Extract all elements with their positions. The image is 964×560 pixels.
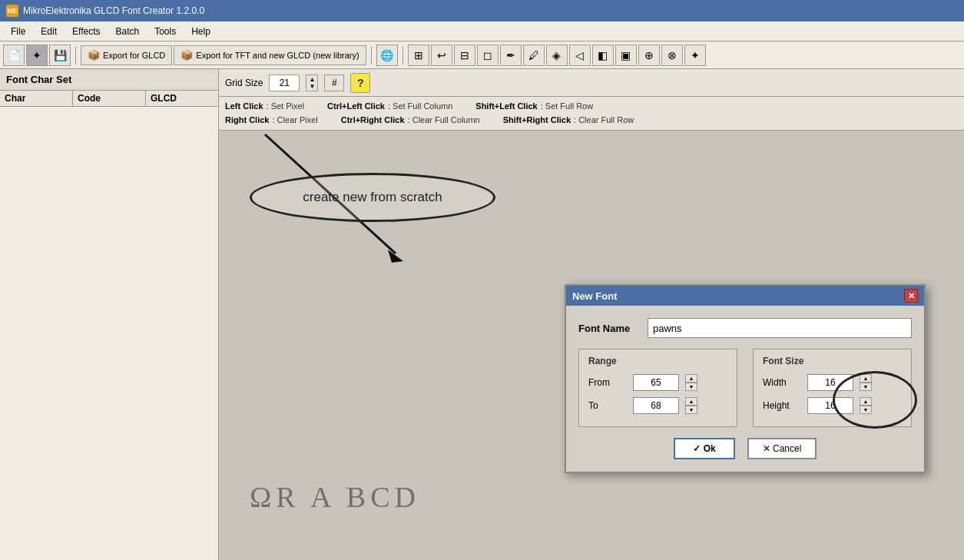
width-label: Width bbox=[763, 377, 801, 388]
new-btn[interactable]: 📄 bbox=[3, 45, 25, 66]
width-up[interactable]: ▲ bbox=[860, 374, 872, 383]
grid-toolbar: Grid Size ▲▼ # ? bbox=[219, 69, 964, 97]
hint-left-click: Left Click : Set Pixel bbox=[225, 100, 304, 114]
range-to-down[interactable]: ▼ bbox=[685, 406, 697, 414]
range-to-input[interactable] bbox=[633, 397, 679, 414]
hints-bar: Left Click : Set Pixel Ctrl+Left Click :… bbox=[219, 97, 964, 131]
hint-ctrl-left: Ctrl+Left Click : Set Full Column bbox=[327, 100, 452, 114]
tb-btn-9[interactable]: ◧ bbox=[592, 45, 614, 66]
height-up[interactable]: ▲ bbox=[860, 397, 872, 406]
tb-btn-6[interactable]: 🖊 bbox=[523, 45, 545, 66]
hint-shift-right: Shift+Right Click : Clear Full Row bbox=[503, 114, 634, 128]
tb-btn-2[interactable]: ↩ bbox=[431, 45, 452, 66]
menu-batch[interactable]: Batch bbox=[108, 24, 147, 39]
font-size-group-title: Font Size bbox=[763, 356, 902, 366]
right-click-key: Right Click bbox=[225, 114, 269, 128]
range-from-input[interactable] bbox=[633, 374, 679, 391]
menu-tools[interactable]: Tools bbox=[147, 24, 184, 39]
shift-right-key: Shift+Right Click bbox=[503, 114, 571, 128]
height-down[interactable]: ▼ bbox=[860, 406, 872, 414]
tb-btn-12[interactable]: ⊗ bbox=[661, 45, 683, 66]
range-from-spin[interactable]: ▲ ▼ bbox=[685, 374, 697, 391]
sample-chars-display: ΩR A BCD bbox=[250, 480, 420, 514]
menu-file[interactable]: File bbox=[3, 24, 33, 39]
cancel-label: ✕ Cancel bbox=[763, 443, 802, 454]
app-title: MikroElektronika GLCD Font Creator 1.2.0… bbox=[23, 5, 204, 16]
dialog-close-btn[interactable]: ✕ bbox=[904, 289, 918, 303]
svg-line-0 bbox=[265, 134, 396, 253]
menu-effects[interactable]: Effects bbox=[65, 24, 108, 39]
ctrl-right-key: Ctrl+Right Click bbox=[341, 114, 405, 128]
shift-left-action: : Set Full Row bbox=[541, 100, 593, 114]
height-input[interactable] bbox=[807, 397, 853, 414]
font-name-label: Font Name bbox=[578, 323, 648, 334]
tb-btn-7[interactable]: ◈ bbox=[546, 45, 568, 66]
range-from-down[interactable]: ▼ bbox=[685, 383, 697, 391]
tb-btn-1[interactable]: ⊞ bbox=[408, 45, 429, 66]
tb-btn-5[interactable]: ✒ bbox=[500, 45, 522, 66]
col-char: Char bbox=[0, 91, 73, 106]
font-name-input[interactable] bbox=[648, 318, 912, 338]
svg-marker-1 bbox=[388, 250, 403, 263]
export-glcd-label: Export for GLCD bbox=[103, 51, 165, 60]
tb-btn-10[interactable]: ▣ bbox=[615, 45, 637, 66]
height-row: Height ▲ ▼ bbox=[763, 397, 902, 414]
font-name-row: Font Name bbox=[578, 318, 912, 338]
grid-toggle-btn[interactable]: # bbox=[324, 75, 344, 91]
dialog-sections: Range From ▲ ▼ To bbox=[578, 349, 912, 427]
export-tft-label: Export for TFT and new GLCD (new library… bbox=[196, 51, 359, 60]
dialog-content: Font Name Range From ▲ bbox=[566, 306, 924, 472]
separator-3 bbox=[402, 46, 403, 65]
range-from-up[interactable]: ▲ bbox=[685, 374, 697, 383]
col-code: Code bbox=[73, 91, 146, 106]
dialog-buttons: ✓ Ok ✕ Cancel bbox=[578, 438, 912, 459]
sample-chars-text: ΩR A BCD bbox=[250, 481, 420, 513]
separator-1 bbox=[75, 46, 76, 65]
range-to-spin[interactable]: ▲ ▼ bbox=[685, 397, 697, 414]
menu-edit[interactable]: Edit bbox=[33, 24, 65, 39]
toolbar: 📄 ✦ 💾 📦 Export for GLCD 📦 Export for TFT… bbox=[0, 41, 964, 69]
ctrl-left-key: Ctrl+Left Click bbox=[327, 100, 385, 114]
left-click-action: : Set Pixel bbox=[267, 100, 305, 114]
right-panel: Grid Size ▲▼ # ? Left Click : Set Pixel … bbox=[219, 69, 964, 560]
grid-size-input[interactable] bbox=[269, 75, 300, 91]
export-tft-btn[interactable]: 📦 Export for TFT and new GLCD (new libra… bbox=[174, 45, 366, 65]
save-btn[interactable]: 💾 bbox=[49, 45, 71, 66]
width-spin[interactable]: ▲ ▼ bbox=[860, 374, 872, 391]
col-glcd: GLCD bbox=[146, 91, 218, 106]
ok-label: ✓ Ok bbox=[693, 443, 715, 454]
help-btn[interactable]: ? bbox=[350, 73, 370, 93]
width-input[interactable] bbox=[807, 374, 853, 391]
sidebar-title: Font Char Set bbox=[0, 69, 218, 91]
menubar: File Edit Effects Batch Tools Help bbox=[0, 22, 964, 41]
hints-row-2: Right Click : Clear Pixel Ctrl+Right Cli… bbox=[225, 114, 958, 128]
width-row: Width ▲ ▼ bbox=[763, 374, 902, 391]
globe-btn[interactable]: 🌐 bbox=[376, 45, 398, 66]
tb-btn-3[interactable]: ⊟ bbox=[454, 45, 475, 66]
hints-row-1: Left Click : Set Pixel Ctrl+Left Click :… bbox=[225, 100, 958, 114]
create-annotation-circle: create new from scratch bbox=[250, 173, 495, 222]
ok-button[interactable]: ✓ Ok bbox=[674, 438, 735, 459]
dialog-title: New Font bbox=[572, 290, 618, 302]
tb-btn-13[interactable]: ✦ bbox=[684, 45, 706, 66]
tb-btn-11[interactable]: ⊕ bbox=[638, 45, 660, 66]
font-size-group: Font Size Width ▲ ▼ Height bbox=[753, 349, 912, 427]
shift-right-action: : Clear Full Row bbox=[574, 114, 634, 128]
tb-btn-4[interactable]: ◻ bbox=[477, 45, 499, 66]
cursor-btn[interactable]: ✦ bbox=[26, 45, 48, 66]
range-group: Range From ▲ ▼ To bbox=[578, 349, 737, 427]
height-spin[interactable]: ▲ ▼ bbox=[860, 397, 872, 414]
tb-btn-8[interactable]: ◁ bbox=[569, 45, 591, 66]
range-to-up[interactable]: ▲ bbox=[685, 397, 697, 406]
grid-size-spin[interactable]: ▲▼ bbox=[306, 75, 318, 91]
range-from-row: From ▲ ▼ bbox=[588, 374, 727, 391]
range-from-label: From bbox=[588, 377, 627, 388]
menu-help[interactable]: Help bbox=[184, 24, 218, 39]
left-click-key: Left Click bbox=[225, 100, 263, 114]
sidebar-list bbox=[0, 107, 218, 560]
cancel-button[interactable]: ✕ Cancel bbox=[747, 438, 817, 459]
new-font-dialog: New Font ✕ Font Name Range bbox=[565, 284, 926, 473]
width-down[interactable]: ▼ bbox=[860, 383, 872, 391]
export-glcd-btn[interactable]: 📦 Export for GLCD bbox=[81, 45, 172, 65]
sidebar: Font Char Set Char Code GLCD bbox=[0, 69, 219, 560]
